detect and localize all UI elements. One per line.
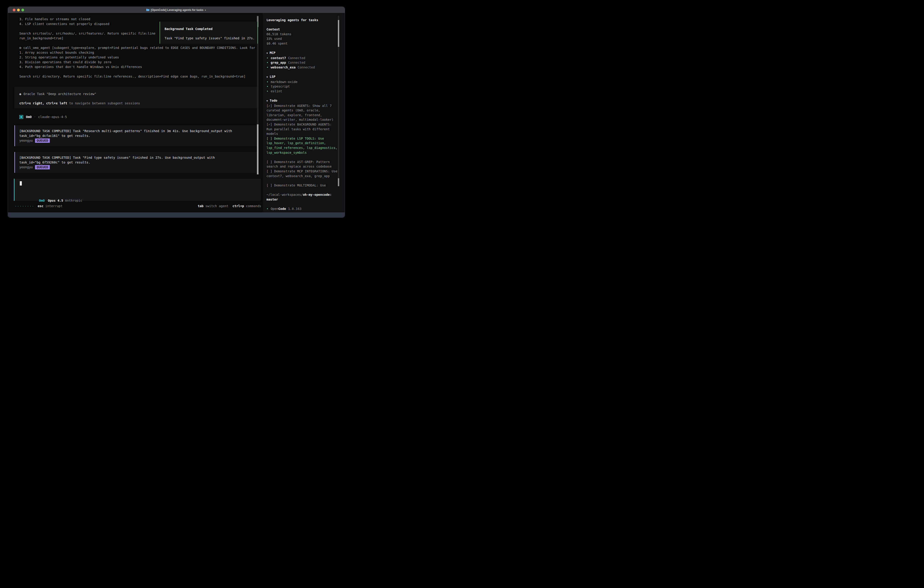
mcp-name: grep_app (271, 61, 286, 64)
task-message-line: [BACKGROUND TASK COMPLETED] Task "Resear… (19, 129, 257, 134)
tool-call-item: 2. String operations on potentially unde… (19, 55, 255, 60)
esc-shortcut-label (43, 204, 45, 208)
session-title: Leveraging agents for tasks (266, 18, 337, 23)
mcp-item: •context7Connected (266, 56, 337, 61)
app-version: 1.0.163 (288, 207, 302, 211)
todo-item: [ ] Demonstrate MULTIMODAL: Use (266, 183, 337, 188)
esc-shortcut: esc (38, 204, 43, 208)
status-dot-icon: • (266, 66, 268, 69)
tool-call-item: 3. Division operations that could divide… (19, 60, 255, 64)
todo-item: [✓] Demonstrate AGENTS: Show all 7 curat… (266, 104, 337, 122)
session-state-icon: ◐ (205, 8, 206, 12)
status-dot-icon: • (266, 61, 268, 64)
context-spent: $0.46 spent (266, 41, 337, 46)
agent-square-icon (19, 115, 23, 119)
lsp-name: markdown-oxide (271, 80, 297, 84)
prompt-input[interactable]: OmOOpus 4.5Anthropic (14, 179, 261, 201)
close-button[interactable] (13, 9, 15, 12)
status-badge: QUEUED (35, 139, 50, 143)
background-task-message: [BACKGROUND TASK COMPLETED] Task "Find t… (14, 152, 257, 173)
mcp-status: Connected (288, 56, 305, 60)
todo-item: [ ] Demonstrate AST-GREP: Pattern search… (266, 160, 337, 169)
agent-session-header: OmO · claude-opus-4-5 (19, 115, 67, 119)
lsp-item: •eslint (266, 89, 337, 94)
mcp-status: Connected (288, 61, 305, 64)
agent-name: OmO (26, 115, 31, 119)
app-name-prefix: Open (271, 207, 278, 211)
tool-call-item: 1. Array access without bounds checking (19, 50, 255, 55)
selected-model: Opus 4.5 (48, 199, 63, 202)
lsp-heading: LSP (270, 75, 276, 78)
selected-agent: OmO (39, 199, 45, 202)
mcp-name: context7 (271, 56, 286, 60)
session-sidebar: Leveraging agents for tasks Context 66,5… (262, 13, 345, 212)
tool-call-tail: Search src/ directory. Return specific f… (19, 74, 255, 79)
background-task-toast: Background Task Completed Task "Find typ… (160, 21, 258, 44)
mcp-name: websearch_exa (271, 66, 295, 69)
task-user: yeongyu (19, 138, 33, 143)
app-name-suffix: Code (278, 207, 286, 211)
tool-call-line: ⚙call_omo_agent [subagent_type=explore, … (19, 45, 255, 50)
mcp-item: •grep_appConnected (266, 60, 337, 65)
toast-title: Background Task Completed (165, 26, 257, 31)
status-dot-icon: • (266, 84, 268, 88)
main-scrollbar-thumb[interactable] (257, 124, 259, 174)
sidebar-scrollbar-thumb[interactable] (338, 20, 339, 47)
lsp-name: typescript (271, 84, 290, 88)
lsp-item: •markdown-oxide (266, 79, 337, 84)
tab-shortcut: tab (198, 204, 203, 208)
workspace-path: ~/local-workspaces/oh-my-opencode: maste… (266, 192, 337, 202)
todo-section-header[interactable]: ▼Todo (266, 98, 337, 104)
separator-dot: · (34, 115, 36, 119)
status-dot-icon: • (266, 56, 268, 60)
status-dot-icon: • (266, 89, 268, 93)
minimize-button[interactable] (17, 9, 20, 12)
lsp-section-header[interactable]: ▼LSP (266, 74, 337, 79)
zoom-button[interactable] (21, 9, 24, 12)
hint-key: ctrl+x right, (19, 101, 45, 105)
lsp-item: •typescript (266, 84, 337, 89)
mcp-status: Connected (298, 66, 315, 69)
oracle-task-label: Oracle Task "Deep architecture review" (23, 92, 96, 96)
context-tokens: 66,518 tokens (266, 32, 337, 36)
scrollback-line: 3. File handles or streams not closed (19, 17, 255, 21)
opencode-window: [OpenCode] Leveraging agents for tasks ◐… (8, 7, 345, 218)
tool-call-header: call_omo_agent [subagent_type=explore, p… (23, 46, 255, 50)
task-message-line: task_id="bg_6f59260c" to get results. (19, 160, 257, 165)
chevron-down-icon: ▼ (266, 52, 268, 55)
window-title: [OpenCode] Leveraging agents for tasks ◐ (146, 8, 206, 12)
mcp-item: •websearch_exaConnected (266, 65, 337, 70)
mcp-heading: MCP (270, 51, 276, 55)
background-task-message: [BACKGROUND TASK COMPLETED] Task "Resear… (14, 125, 257, 146)
commands-shortcut-label: commands (246, 204, 261, 208)
gear-icon: ⚙ (19, 46, 21, 50)
hint-key: ctrl+x left (46, 101, 67, 105)
window-title-text: [OpenCode] Leveraging agents for tasks (151, 8, 203, 12)
folder-icon (146, 9, 149, 11)
subagent-nav-hint: ctrl+x right, ctrl+x left to navigate be… (19, 101, 257, 106)
context-used: 33% used (266, 36, 337, 41)
sidebar-scrollbar-thumb-lower[interactable] (338, 178, 339, 186)
todo-item: [✓] Demonstrate BACKGROUND AGENTS: Run p… (266, 122, 337, 136)
spinner-dots-icon: ········ (15, 204, 35, 208)
terminal-main-pane: 3. File handles or streams not closed 4.… (8, 13, 262, 212)
commands-shortcut: ctrl+p (233, 204, 244, 208)
todo-heading: Todo (270, 99, 277, 102)
task-message-line: [BACKGROUND TASK COMPLETED] Task "Find t… (19, 155, 257, 160)
status-dot-icon: • (266, 80, 268, 84)
model-selector[interactable]: OmOOpus 4.5Anthropic (20, 193, 82, 198)
esc-shortcut-label: interrupt (45, 204, 63, 208)
todo-item: [ ] Demonstrate MCP INTEGRATIONS: Use co… (266, 169, 337, 178)
todo-item: [ ] Demonstrate LSP TOOLS: Use lsp_hover… (266, 136, 337, 155)
context-heading: Context (266, 27, 337, 32)
task-user: yeongyu (19, 165, 33, 170)
text-cursor (20, 181, 22, 185)
lsp-name: eslint (271, 89, 282, 93)
workspace-path-prefix: ~/local-workspaces/ (266, 193, 303, 197)
mcp-section-header[interactable]: ▼MCP (266, 51, 337, 56)
status-dot-icon: • (266, 207, 268, 211)
oracle-task-title: ◉Oracle Task "Deep architecture review" (19, 92, 257, 96)
model-provider: Anthropic (65, 199, 82, 202)
tab-shortcut-label: switch agent (205, 204, 228, 208)
chevron-down-icon: ▼ (266, 76, 268, 78)
